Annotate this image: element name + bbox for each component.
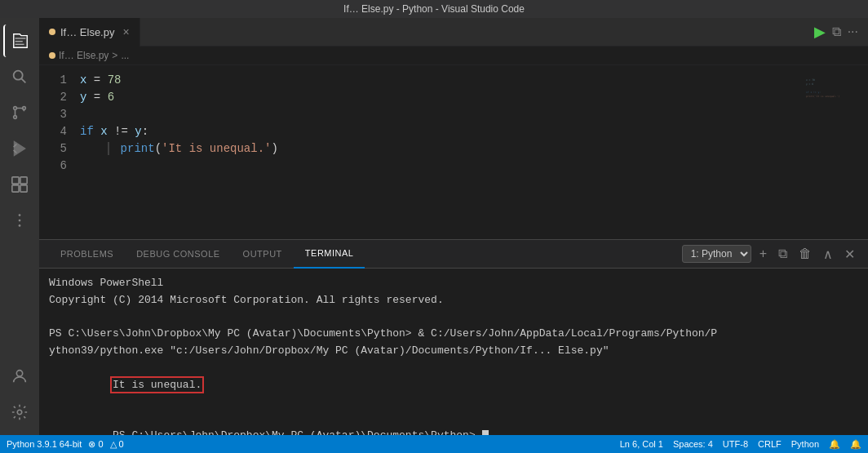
code-line-4: if x != y: — [80, 123, 803, 140]
settings-icon[interactable] — [3, 396, 36, 429]
status-line-ending[interactable]: CRLF — [758, 439, 782, 449]
add-terminal-button[interactable]: + — [756, 245, 770, 263]
window-title: If… Else.py - Python - Visual Studio Cod… — [343, 3, 525, 15]
tab-label: If… Else.py — [60, 26, 114, 38]
status-position[interactable]: Ln 6, Col 1 — [620, 439, 663, 449]
status-python-version[interactable]: Python 3.9.1 64-bit — [7, 439, 82, 449]
code-line-2: y = 6 — [80, 89, 803, 106]
svg-point-13 — [19, 214, 21, 216]
terminal-selector[interactable]: 1: Python — [682, 245, 751, 263]
svg-rect-2 — [16, 44, 24, 45]
terminal-line-7: PS C:\Users\John\Dropbox\My PC (Avatar)\… — [49, 411, 858, 435]
status-right: Ln 6, Col 1 Spaces: 4 UTF-8 CRLF Python … — [620, 439, 861, 450]
output-highlight: It is unequal. — [113, 379, 202, 391]
line-number-6: 6 — [39, 158, 67, 175]
status-encoding[interactable]: UTF-8 — [723, 439, 748, 449]
tab-close-button[interactable]: × — [122, 25, 129, 38]
more-icon[interactable] — [3, 204, 36, 237]
line-number-3: 3 — [39, 106, 67, 123]
code-line-5: print('It is unequal.') — [80, 140, 803, 158]
status-warnings[interactable]: △ 0 — [110, 439, 124, 450]
code-editor: 1 2 3 4 5 6 x = 78 y = 6 if x != y: prin… — [39, 65, 868, 239]
maximize-panel-button[interactable]: ∧ — [820, 245, 836, 264]
status-spaces[interactable]: Spaces: 4 — [673, 439, 713, 449]
close-panel-button[interactable]: ✕ — [841, 245, 858, 264]
line-number-2: 2 — [39, 89, 67, 106]
terminal-content[interactable]: Windows PowerShell Copyright (C) 2014 Mi… — [39, 269, 868, 435]
status-language[interactable]: Python — [791, 439, 819, 449]
line-numbers: 1 2 3 4 5 6 — [39, 72, 80, 233]
breadcrumb: If… Else.py > ... — [39, 47, 868, 65]
svg-rect-1 — [16, 41, 23, 42]
svg-point-5 — [14, 116, 17, 119]
extensions-icon[interactable] — [3, 168, 36, 201]
terminal-line-highlighted: It is unequal. — [49, 360, 858, 411]
tab-actions: ▶ ⧉ ··· — [814, 23, 868, 41]
svg-rect-0 — [16, 38, 26, 38]
activity-bar — [0, 18, 39, 435]
terminal-line-5: ython39/python.exe "c:/Users/John/Dropbo… — [49, 343, 858, 360]
activity-bar-bottom — [3, 360, 36, 435]
source-control-icon[interactable] — [3, 96, 36, 129]
run-debug-icon[interactable] — [3, 132, 36, 165]
editor-area: If… Else.py × ▶ ⧉ ··· If… Else.py > ... … — [39, 18, 868, 435]
panel-controls: 1: Python + ⧉ 🗑 ∧ ✕ — [682, 245, 858, 264]
tab-terminal[interactable]: TERMINAL — [294, 240, 365, 269]
tab-problems[interactable]: PROBLEMS — [49, 240, 125, 269]
code-line-6 — [80, 158, 803, 175]
svg-rect-10 — [20, 177, 27, 184]
title-bar: If… Else.py - Python - Visual Studio Cod… — [0, 0, 868, 18]
line-number-1: 1 — [39, 72, 67, 89]
status-feedback-icon[interactable]: 🔔 — [829, 439, 840, 450]
line-number-5: 5 — [39, 140, 67, 158]
svg-point-3 — [14, 71, 23, 80]
tab-bar: If… Else.py × ▶ ⧉ ··· — [39, 18, 868, 47]
delete-terminal-button[interactable]: 🗑 — [795, 245, 815, 263]
breadcrumb-dot — [49, 52, 55, 59]
status-errors[interactable]: ⊗ 0 — [88, 439, 103, 450]
svg-rect-9 — [12, 177, 19, 184]
terminal-line-4: PS C:\Users\John\Dropbox\My PC (Avatar)\… — [49, 326, 858, 343]
search-icon[interactable] — [3, 60, 36, 93]
breadcrumb-file[interactable]: If… Else.py — [59, 50, 108, 61]
status-left: Python 3.9.1 64-bit ⊗ 0 △ 0 — [7, 439, 124, 450]
terminal-line-1: Windows PowerShell — [49, 275, 858, 292]
split-terminal-button[interactable]: ⧉ — [775, 245, 790, 263]
more-actions-button[interactable]: ··· — [848, 24, 858, 39]
tab-output[interactable]: OUTPUT — [232, 240, 294, 269]
code-line-3 — [80, 106, 803, 123]
svg-point-16 — [16, 371, 22, 376]
status-bell-icon[interactable]: 🔔 — [850, 439, 861, 450]
line-number-4: 4 — [39, 123, 67, 140]
explorer-icon[interactable] — [3, 24, 36, 57]
svg-point-6 — [14, 107, 17, 110]
run-button[interactable]: ▶ — [814, 23, 826, 41]
tab-debug-console[interactable]: DEBUG CONSOLE — [125, 240, 231, 269]
main-layout: If… Else.py × ▶ ⧉ ··· If… Else.py > ... … — [0, 18, 868, 435]
tab-modified-dot — [49, 29, 55, 35]
svg-point-15 — [19, 224, 21, 227]
svg-rect-11 — [12, 185, 19, 192]
svg-rect-12 — [20, 185, 27, 192]
terminal-line-3 — [49, 309, 858, 326]
terminal-line-2: Copyright (C) 2014 Microsoft Corporation… — [49, 292, 858, 309]
svg-line-4 — [21, 78, 25, 82]
breadcrumb-separator: > — [112, 50, 117, 61]
code-content[interactable]: x = 78 y = 6 if x != y: print('It is une… — [80, 72, 803, 233]
panel: PROBLEMS DEBUG CONSOLE OUTPUT TERMINAL 1… — [39, 239, 868, 435]
panel-tabs: PROBLEMS DEBUG CONSOLE OUTPUT TERMINAL 1… — [39, 240, 868, 269]
svg-point-17 — [17, 410, 22, 415]
split-editor-button[interactable]: ⧉ — [832, 24, 841, 39]
svg-point-14 — [19, 220, 21, 222]
status-bar: Python 3.9.1 64-bit ⊗ 0 △ 0 Ln 6, Col 1 … — [0, 435, 868, 453]
editor-tab-ifelse[interactable]: If… Else.py × — [39, 18, 140, 47]
breadcrumb-more: ... — [121, 50, 129, 61]
minimap: x = 78 y = 6 if x != y: print('It is une… — [803, 72, 868, 233]
code-line-1: x = 78 — [80, 72, 803, 89]
account-icon[interactable] — [3, 360, 36, 393]
